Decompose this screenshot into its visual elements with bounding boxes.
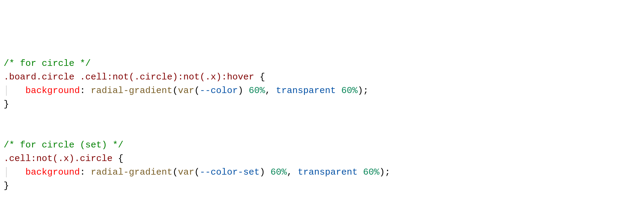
code-token: ( <box>172 85 178 96</box>
code-line <box>4 125 640 138</box>
code-token <box>74 72 80 82</box>
code-token: 60% <box>341 85 358 96</box>
code-token: ) <box>238 85 249 96</box>
code-line: /* for circle */ <box>4 57 640 70</box>
code-line: .cell:not(.x).circle { <box>4 152 640 166</box>
code-token: /* for circle */ <box>4 58 91 69</box>
code-token: : <box>80 85 91 96</box>
code-token: ( <box>194 85 200 96</box>
code-token: .cell:not(.x).circle <box>4 153 113 164</box>
code-token: background <box>25 85 80 96</box>
code-token: { <box>254 72 265 82</box>
code-token: var <box>178 85 194 96</box>
code-token: 60% <box>363 167 379 177</box>
code-line: │ background: radial-gradient(var(--colo… <box>4 166 640 179</box>
indent-guide: │ <box>4 167 9 177</box>
code-token: var <box>178 167 194 177</box>
code-token: ); <box>358 85 368 96</box>
code-line: } <box>4 98 640 111</box>
code-token: ( <box>194 167 200 177</box>
code-token: radial-gradient <box>91 85 172 96</box>
code-token <box>336 85 341 96</box>
code-token: } <box>4 181 9 191</box>
code-token: , <box>265 85 276 96</box>
code-token: 60% <box>249 85 265 96</box>
code-token: radial-gradient <box>91 167 172 177</box>
code-token: .cell:not(.circle):not(.x):hover <box>80 72 254 82</box>
code-token: : <box>80 167 91 177</box>
code-token: } <box>4 99 9 109</box>
code-token: { <box>113 153 123 164</box>
code-token: background <box>25 167 80 177</box>
code-line: } <box>4 179 640 193</box>
code-block: /* for circle */.board.circle .cell:not(… <box>4 57 640 193</box>
code-token: --color-set <box>200 167 260 177</box>
code-line <box>4 111 640 125</box>
code-token: ); <box>379 167 390 177</box>
code-token: transparent <box>298 167 358 177</box>
code-line: │ background: radial-gradient(var(--colo… <box>4 84 640 98</box>
code-token: ( <box>172 167 178 177</box>
code-token: , <box>287 167 298 177</box>
code-token: transparent <box>276 85 336 96</box>
code-token: .board.circle <box>4 72 74 82</box>
code-token: ) <box>260 167 270 177</box>
code-token: 60% <box>270 167 287 177</box>
code-line: .board.circle .cell:not(.circle):not(.x)… <box>4 70 640 84</box>
code-token: --color <box>200 85 238 96</box>
code-line: /* for circle (set) */ <box>4 138 640 152</box>
indent-guide: │ <box>4 85 9 96</box>
code-token <box>358 167 363 177</box>
code-token: /* for circle (set) */ <box>4 140 123 150</box>
